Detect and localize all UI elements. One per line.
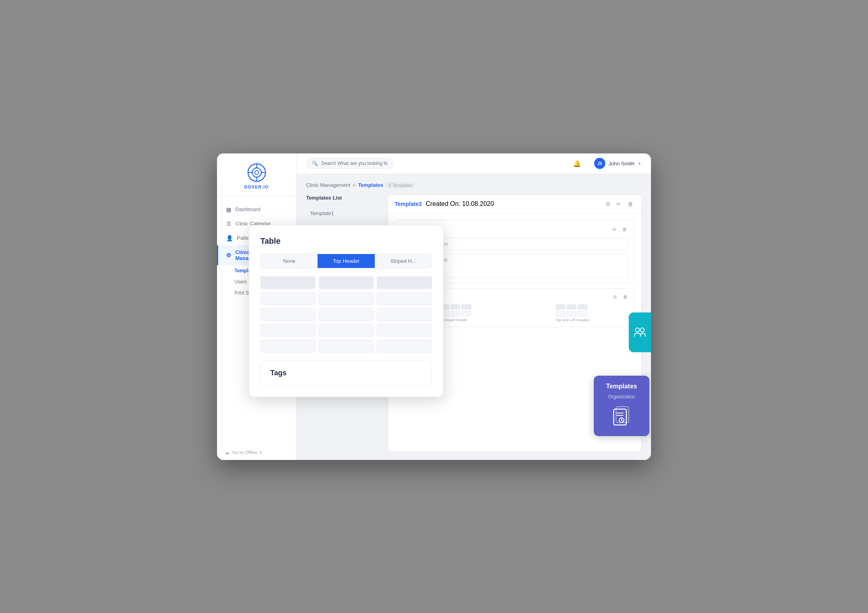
breadcrumb-separator: > <box>353 182 356 188</box>
logo-text: DOXER.IO <box>244 184 269 189</box>
patients-icon: 👤 <box>226 235 233 241</box>
svg-line-12 <box>622 420 623 421</box>
templates-org-card[interactable]: Templates Organization <box>594 376 649 436</box>
breadcrumb-current: Templates <box>358 182 383 188</box>
divider <box>587 159 588 168</box>
svg-point-7 <box>640 328 644 332</box>
type-top-header-label: Top and Left Headers <box>556 318 590 322</box>
table-selector: None Top Header Striped H... <box>260 254 432 268</box>
search-box[interactable]: 🔍 <box>306 158 393 169</box>
topbar-right: 🔔 JS John Smith ▼ <box>573 158 641 169</box>
clinic-management-icon: ⚙ <box>226 252 231 258</box>
clinic-calendar-icon: 🗓 <box>226 221 232 227</box>
detail-header-left: Template3 Created On: 10.08.2020 <box>395 200 494 208</box>
table-header-cell-3 <box>377 276 432 289</box>
delete-button[interactable]: 🗑 <box>626 200 635 208</box>
dashboard-icon: ▦ <box>226 206 231 213</box>
breadcrumb: Clinic Management > Templates 5 Template… <box>306 182 641 188</box>
user-name: John Smith <box>608 161 634 167</box>
sidebar-item-dashboard[interactable]: ▦ Dashboard <box>217 202 296 217</box>
breadcrumb-parent: Clinic Management <box>306 182 350 188</box>
template-list-header: Templates List <box>306 195 382 204</box>
modal-tags-title: Tags <box>270 369 422 377</box>
search-icon: 🔍 <box>312 161 318 166</box>
detail-actions: ⧉ ✏ 🗑 <box>604 200 635 208</box>
teal-widget[interactable] <box>629 312 651 352</box>
table-header-cell-1 <box>260 276 316 289</box>
referral-copy-button[interactable]: ⧉ <box>611 226 618 233</box>
modal-tags-section: Tags <box>260 361 432 386</box>
doxer-logo-icon <box>247 163 266 182</box>
created-label: Created On: <box>426 200 460 207</box>
table-modal: Table None Top Header Striped H... <box>249 225 444 397</box>
template-list-item-1[interactable]: Template1 <box>306 207 382 220</box>
cloud-offline-icon: ☁ <box>225 450 229 455</box>
table-cell-r1c3 <box>377 292 432 305</box>
table-cell-r4c3 <box>377 340 432 353</box>
bell-icon[interactable]: 🔔 <box>573 160 581 167</box>
type-top-header-preview: Top and Left Headers <box>556 304 590 322</box>
table-cell-r1c2 <box>319 292 374 305</box>
table-copy-button[interactable]: ⧉ <box>612 293 618 301</box>
detail-title: Template3 <box>395 201 422 207</box>
copy-button[interactable]: ⧉ <box>604 200 612 208</box>
users-group-icon <box>633 325 647 339</box>
table-cell-r3c2 <box>319 324 374 337</box>
offline-bar: ☁ You're Offline ℹ <box>217 445 296 460</box>
table-cell-r1c1 <box>260 292 316 305</box>
modal-table-title: Table <box>260 237 432 246</box>
avatar: JS <box>594 158 605 169</box>
modal-table-grid <box>260 276 432 353</box>
table-option-none[interactable]: None <box>261 254 318 268</box>
offline-label: You're Offline <box>232 450 258 455</box>
user-menu[interactable]: JS John Smith ▼ <box>594 158 641 169</box>
table-option-top-header[interactable]: Top Header <box>318 254 374 268</box>
table-cell-r2c1 <box>260 308 316 321</box>
table-cell-r4c2 <box>319 340 374 353</box>
edit-button[interactable]: ✏ <box>615 200 623 208</box>
table-cell-r2c2 <box>319 308 374 321</box>
table-cell-r4c1 <box>260 340 316 353</box>
detail-header: Template3 Created On: 10.08.2020 ⧉ ✏ 🗑 <box>388 195 641 213</box>
topbar: 🔍 🔔 JS John Smith ▼ <box>296 153 651 174</box>
template-org-subtitle: Organization <box>608 394 635 400</box>
table-header-cell-2 <box>319 276 374 289</box>
info-icon: ℹ <box>260 450 262 455</box>
sidebar-item-dashboard-label: Dashboard <box>235 206 261 212</box>
svg-point-1 <box>255 171 259 175</box>
referral-card-actions: ⧉ 🗑 <box>611 226 629 233</box>
search-input[interactable] <box>321 161 388 166</box>
table-delete-button[interactable]: 🗑 <box>622 293 630 301</box>
table-option-striped[interactable]: Striped H... <box>375 254 432 268</box>
table-cell-r3c3 <box>377 324 432 337</box>
type-none-preview: Striped Header <box>440 304 471 322</box>
logo-area: DOXER.IO <box>217 153 296 196</box>
table-section-actions: ⧉ 🗑 <box>612 293 630 301</box>
table-cell-r2c3 <box>377 308 432 321</box>
chevron-down-icon: ▼ <box>637 161 641 166</box>
breadcrumb-count: 5 Templates <box>386 182 415 188</box>
table-cell-r3c1 <box>260 324 316 337</box>
created-date: 10.08.2020 <box>462 200 494 207</box>
referral-delete-button[interactable]: 🗑 <box>621 226 629 233</box>
template-org-title: Templates <box>606 383 637 390</box>
svg-point-6 <box>636 328 639 332</box>
template-org-icon <box>609 403 634 429</box>
detail-meta: Created On: 10.08.2020 <box>426 200 494 208</box>
type-none-label: Striped Header <box>440 318 471 322</box>
